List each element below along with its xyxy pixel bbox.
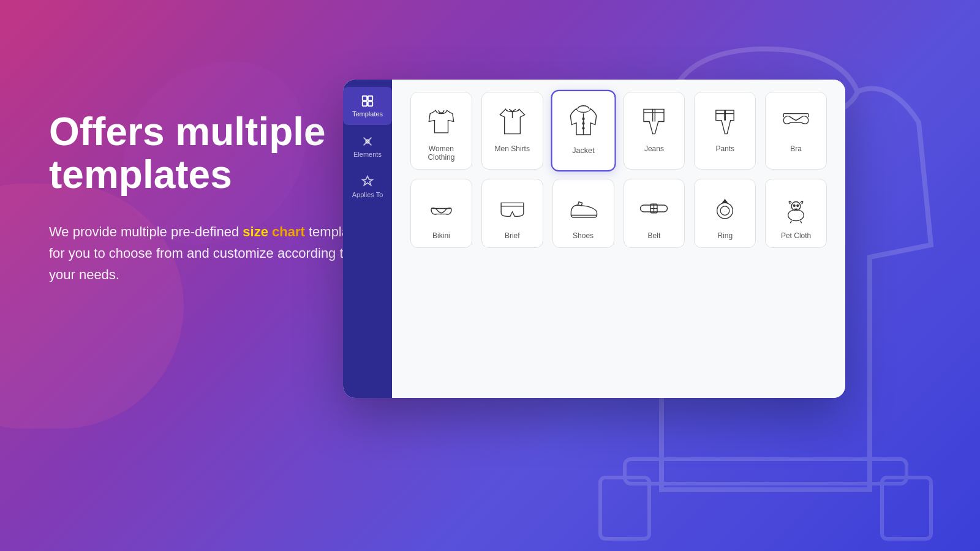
jeans-label: Jeans — [644, 144, 664, 153]
women-clothing-icon — [424, 105, 458, 138]
svg-point-30 — [720, 206, 729, 216]
women-clothing-label: Women Clothing — [417, 144, 466, 162]
svg-point-13 — [582, 122, 584, 124]
pants-icon — [708, 105, 742, 138]
bikini-label: Bikini — [432, 231, 450, 240]
svg-point-32 — [788, 209, 804, 220]
highlight-size: size — [243, 224, 268, 239]
shoes-label: Shoes — [573, 231, 594, 240]
template-pet-cloth[interactable]: Pet Cloth — [765, 179, 827, 248]
pants-label: Pants — [715, 144, 734, 153]
elements-icon — [361, 135, 374, 148]
svg-point-34 — [793, 205, 795, 207]
highlight-chart: chart — [272, 224, 305, 239]
description: We provide multiple pre-defined size cha… — [49, 221, 368, 286]
template-belt[interactable]: Belt — [624, 179, 685, 248]
description-before: We provide multiple pre-defined — [49, 224, 243, 239]
templates-grid: Women Clothing Men Shirts — [410, 92, 827, 248]
sidebar-templates-label: Templates — [352, 110, 383, 118]
sidebar: Templates Elements Applies To — [343, 80, 392, 398]
svg-rect-4 — [368, 96, 372, 100]
bra-icon — [779, 105, 813, 138]
shoes-icon — [567, 192, 600, 225]
svg-point-12 — [582, 118, 584, 120]
svg-marker-31 — [723, 200, 727, 203]
svg-line-36 — [790, 221, 791, 223]
template-bra[interactable]: Bra — [765, 92, 827, 170]
svg-rect-2 — [882, 478, 931, 539]
pet-cloth-label: Pet Cloth — [781, 231, 811, 240]
main-content: Women Clothing Men Shirts — [392, 80, 845, 398]
men-shirts-icon — [496, 105, 529, 138]
ring-label: Ring — [717, 231, 733, 240]
jacket-label: Jacket — [572, 146, 594, 155]
template-pants[interactable]: Pants — [694, 92, 756, 170]
men-shirts-label: Men Shirts — [495, 144, 530, 153]
sidebar-applies-to-label: Applies To — [352, 191, 383, 198]
main-heading: Offers multiple templates — [49, 110, 368, 197]
ring-icon — [708, 192, 742, 225]
applies-to-icon — [361, 175, 374, 189]
svg-point-29 — [717, 203, 733, 219]
svg-line-37 — [801, 221, 802, 223]
bikini-icon — [424, 192, 458, 225]
template-men-shirts[interactable]: Men Shirts — [481, 92, 543, 170]
template-women-clothing[interactable]: Women Clothing — [410, 92, 472, 170]
template-bikini[interactable]: Bikini — [410, 179, 472, 248]
svg-rect-0 — [625, 459, 907, 484]
heading-line2: templates — [49, 152, 232, 197]
svg-rect-3 — [363, 96, 367, 100]
belt-icon — [637, 192, 671, 225]
template-ring[interactable]: Ring — [694, 179, 756, 248]
template-jeans[interactable]: Jeans — [624, 92, 685, 170]
heading-line1: Offers multiple — [49, 110, 326, 154]
sidebar-item-elements[interactable]: Elements — [343, 127, 392, 165]
app-window: Templates Elements Applies To — [343, 80, 845, 398]
brief-label: Brief — [505, 231, 520, 240]
svg-rect-6 — [368, 102, 372, 106]
templates-icon — [361, 94, 374, 108]
svg-point-14 — [582, 127, 584, 129]
sidebar-elements-label: Elements — [353, 151, 382, 158]
left-section: Offers multiple templates We provide mul… — [49, 110, 368, 285]
template-shoes[interactable]: Shoes — [552, 179, 614, 248]
svg-point-35 — [797, 205, 799, 207]
brief-icon — [496, 192, 529, 225]
svg-rect-5 — [363, 102, 367, 106]
template-brief[interactable]: Brief — [481, 179, 543, 248]
jeans-icon — [637, 105, 671, 138]
bra-label: Bra — [790, 144, 802, 153]
jacket-icon — [565, 104, 601, 140]
sidebar-item-applies-to[interactable]: Applies To — [343, 168, 392, 206]
pet-cloth-icon — [779, 192, 813, 225]
template-jacket[interactable]: Jacket — [551, 90, 616, 171]
svg-rect-1 — [600, 478, 649, 539]
belt-label: Belt — [648, 231, 661, 240]
sidebar-item-templates[interactable]: Templates — [343, 87, 392, 125]
